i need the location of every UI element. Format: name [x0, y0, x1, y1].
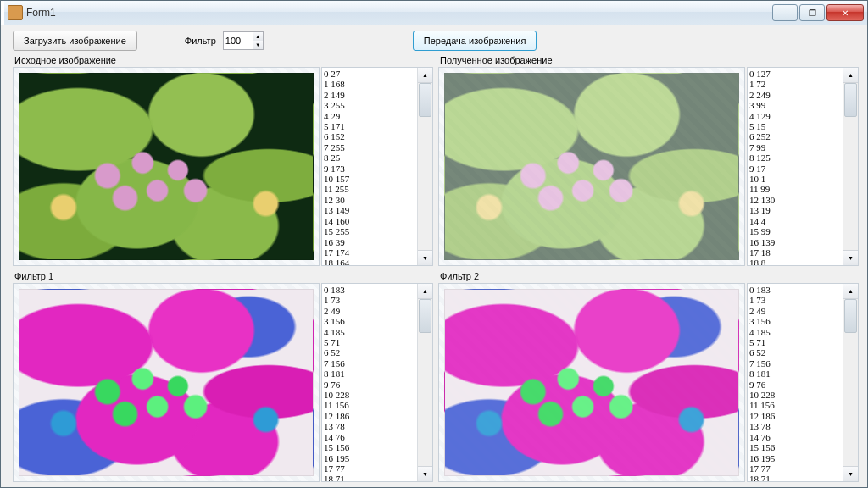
source-list[interactable]: 0 27 1 168 2 149 3 255 4 29 5 171 6 152 …: [321, 67, 433, 266]
panel-filter1: Фильтр 1 0 183 1 73 2 49 3 156 4 185 5 7…: [13, 271, 433, 482]
filter2-scrollbar[interactable]: ▲ ▼: [843, 284, 858, 481]
filter1-image: [13, 283, 320, 482]
received-list[interactable]: 0 127 1 72 2 249 3 99 4 129 5 15 6 252 7…: [747, 67, 859, 266]
filter1-list[interactable]: 0 183 1 73 2 49 3 156 4 185 5 71 6 52 7 …: [321, 283, 433, 482]
filter1-list-items: 0 183 1 73 2 49 3 156 4 185 5 71 6 52 7 …: [322, 284, 417, 481]
filter-input[interactable]: [224, 33, 253, 48]
app-window: Form1 — ❐ ✕ Загрузить изображение Фильтр…: [0, 0, 868, 488]
received-list-items: 0 127 1 72 2 249 3 99 4 129 5 15 6 252 7…: [748, 68, 843, 265]
spinner-down-icon[interactable]: ▼: [253, 41, 263, 49]
source-scrollbar[interactable]: ▲ ▼: [417, 68, 432, 265]
scroll-down-icon[interactable]: ▼: [843, 250, 858, 265]
scroll-up-icon[interactable]: ▲: [418, 68, 432, 83]
minimize-button[interactable]: —: [772, 4, 798, 21]
scroll-thumb[interactable]: [844, 83, 857, 117]
received-image: [438, 67, 745, 266]
scroll-down-icon[interactable]: ▼: [843, 466, 858, 481]
filter2-list[interactable]: 0 183 1 73 2 49 3 156 4 185 5 71 6 52 7 …: [747, 283, 859, 482]
scroll-up-icon[interactable]: ▲: [843, 68, 858, 83]
titlebar[interactable]: Form1 — ❐ ✕: [1, 1, 867, 25]
filter-spinner[interactable]: ▲ ▼: [223, 31, 264, 50]
panel-filter2: Фильтр 2 0 183 1 73 2 49 3 156 4 185 5 7…: [438, 271, 859, 482]
panel-filter1-title: Фильтр 1: [14, 271, 433, 281]
received-scrollbar[interactable]: ▲ ▼: [843, 68, 858, 265]
scroll-thumb[interactable]: [419, 83, 431, 117]
close-button[interactable]: ✕: [826, 4, 864, 21]
window-buttons: — ❐ ✕: [771, 4, 864, 21]
spinner-arrows: ▲ ▼: [253, 32, 263, 49]
send-image-button[interactable]: Передача изображения: [413, 30, 537, 51]
maximize-button[interactable]: ❐: [799, 4, 825, 21]
scroll-down-icon[interactable]: ▼: [418, 466, 432, 481]
filter2-list-items: 0 183 1 73 2 49 3 156 4 185 5 71 6 52 7 …: [748, 284, 843, 481]
scroll-thumb[interactable]: [419, 299, 431, 333]
panel-received-title: Полученное изображение: [440, 55, 859, 65]
window-title: Form1: [26, 7, 771, 19]
scroll-up-icon[interactable]: ▲: [843, 284, 858, 299]
panel-source: Исходное изображение 0 27 1 168 2 149 3 …: [13, 55, 433, 266]
app-icon: [8, 5, 23, 20]
source-list-items: 0 27 1 168 2 149 3 255 4 29 5 171 6 152 …: [322, 68, 417, 265]
spinner-up-icon[interactable]: ▲: [253, 32, 263, 41]
load-image-button[interactable]: Загрузить изображение: [13, 30, 137, 51]
toolbar: Загрузить изображение Фильтр ▲ ▼ Передач…: [13, 30, 859, 52]
scroll-thumb[interactable]: [844, 299, 857, 333]
scroll-up-icon[interactable]: ▲: [418, 284, 432, 299]
source-image: [13, 67, 320, 266]
filter2-image: [438, 283, 745, 482]
panels-grid: Исходное изображение 0 27 1 168 2 149 3 …: [13, 55, 859, 482]
scroll-down-icon[interactable]: ▼: [418, 250, 432, 265]
panel-filter2-title: Фильтр 2: [440, 271, 859, 281]
filter1-scrollbar[interactable]: ▲ ▼: [417, 284, 432, 481]
filter-label: Фильтр: [185, 36, 216, 46]
panel-source-title: Исходное изображение: [14, 55, 433, 65]
panel-received: Полученное изображение 0 127 1 72 2 249 …: [438, 55, 859, 266]
client-area: Загрузить изображение Фильтр ▲ ▼ Передач…: [1, 25, 867, 487]
